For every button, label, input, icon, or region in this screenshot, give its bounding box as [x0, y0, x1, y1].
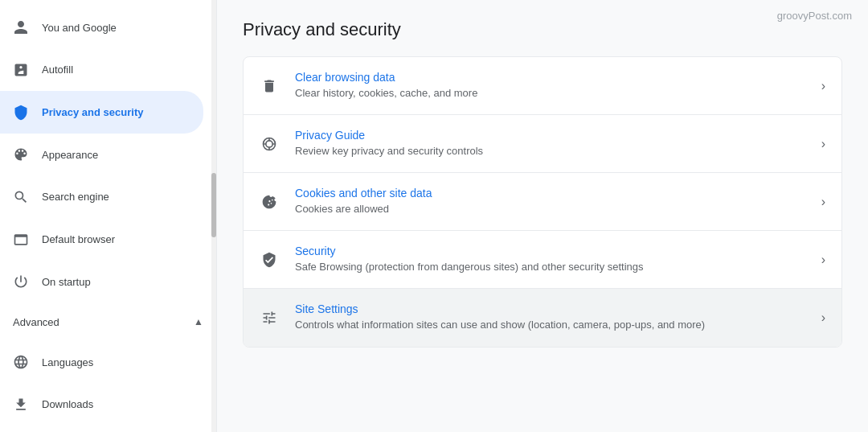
sidebar-item-label: Appearance [42, 149, 98, 161]
sidebar-item-label: You and Google [42, 22, 117, 34]
settings-row-content: Clear browsing data Clear history, cooki… [295, 71, 812, 101]
sidebar: You and Google Autofill Privacy and secu… [0, 0, 217, 432]
settings-row-title: Clear browsing data [295, 71, 812, 84]
browser-icon [13, 232, 29, 248]
shield-check-icon [260, 250, 279, 269]
globe-icon [13, 354, 29, 370]
settings-row-subtitle: Controls what information sites can use … [295, 318, 812, 332]
sidebar-item-label: Downloads [42, 398, 93, 410]
sliders-icon [260, 308, 279, 327]
settings-row-content: Cookies and other site data Cookies are … [295, 187, 812, 216]
assignment-icon [13, 62, 29, 78]
sidebar-item-label: Search engine [42, 191, 109, 203]
main-content: groovyPost.com Privacy and security Clea… [217, 0, 868, 432]
settings-row-security[interactable]: Security Safe Browsing (protection from … [244, 231, 841, 289]
sidebar-item-label: Default browser [42, 233, 115, 245]
sidebar-item-languages[interactable]: Languages [0, 341, 203, 384]
person-icon [13, 19, 29, 35]
sidebar-item-autofill[interactable]: Autofill [0, 49, 203, 92]
advanced-label: Advanced [13, 316, 59, 328]
settings-row-title: Site Settings [295, 302, 812, 315]
sidebar-item-appearance[interactable]: Appearance [0, 134, 203, 176]
advanced-section-header[interactable]: Advanced ▲ [0, 302, 216, 340]
chevron-right-icon: › [821, 137, 825, 151]
settings-row-subtitle: Review key privacy and security controls [295, 144, 812, 158]
settings-row-title: Cookies and other site data [295, 187, 812, 200]
chevron-right-icon: › [821, 195, 825, 209]
settings-row-content: Site Settings Controls what information … [295, 302, 812, 332]
scrollbar-track [211, 0, 216, 432]
chevron-right-icon: › [821, 311, 825, 325]
sidebar-item-label: On startup [42, 276, 91, 288]
watermark: groovyPost.com [777, 10, 852, 22]
power-icon [13, 274, 29, 290]
settings-card: Clear browsing data Clear history, cooki… [243, 56, 842, 348]
cookie-icon [260, 192, 279, 212]
sidebar-item-on-startup[interactable]: On startup [0, 261, 203, 303]
settings-row-subtitle: Cookies are allowed [295, 202, 812, 216]
trash-icon [260, 76, 279, 96]
palette-icon [13, 146, 29, 163]
sidebar-item-label: Privacy and security [42, 106, 143, 118]
settings-row-content: Security Safe Browsing (protection from … [295, 245, 812, 274]
settings-row-title: Privacy Guide [295, 129, 812, 142]
chevron-right-icon: › [821, 253, 825, 267]
settings-row-clear-browsing-data[interactable]: Clear browsing data Clear history, cooki… [244, 57, 841, 115]
sidebar-item-label: Autofill [42, 64, 73, 76]
sidebar-item-default-browser[interactable]: Default browser [0, 218, 203, 261]
settings-row-cookies[interactable]: Cookies and other site data Cookies are … [244, 173, 841, 231]
svg-point-1 [266, 140, 272, 146]
sidebar-item-search-engine[interactable]: Search engine [0, 176, 203, 219]
scrollbar-thumb[interactable] [211, 173, 216, 237]
sidebar-item-downloads[interactable]: Downloads [0, 383, 203, 426]
settings-row-content: Privacy Guide Review key privacy and sec… [295, 129, 812, 158]
sidebar-item-privacy-and-security[interactable]: Privacy and security [0, 91, 203, 134]
settings-row-subtitle: Safe Browsing (protection from dangerous… [295, 260, 812, 274]
settings-row-title: Security [295, 245, 812, 257]
chevron-right-icon: › [821, 79, 825, 93]
settings-row-subtitle: Clear history, cookies, cache, and more [295, 86, 812, 101]
chevron-up-icon: ▲ [194, 316, 203, 327]
sidebar-item-label: Languages [42, 356, 93, 368]
privacy-guide-icon [260, 134, 279, 154]
settings-row-privacy-guide[interactable]: Privacy Guide Review key privacy and sec… [244, 115, 841, 173]
download-icon [13, 397, 29, 413]
settings-row-site-settings[interactable]: Site Settings Controls what information … [244, 289, 841, 347]
page-title: Privacy and security [243, 19, 842, 40]
search-icon [13, 189, 29, 205]
shield-icon [13, 105, 29, 121]
sidebar-item-you-and-google[interactable]: You and Google [0, 6, 203, 49]
